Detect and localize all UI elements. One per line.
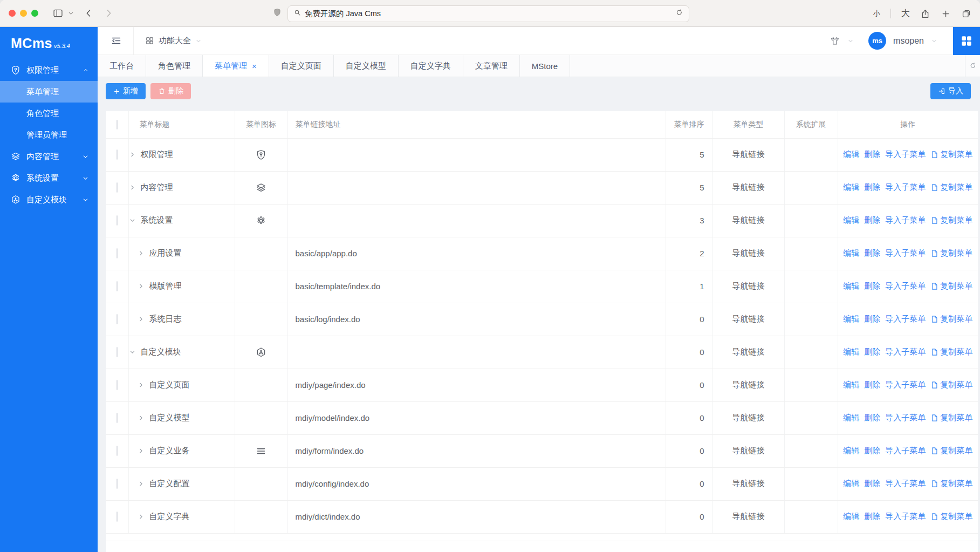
row-checkbox[interactable]	[116, 512, 118, 522]
chevron-right-icon[interactable]	[138, 316, 145, 323]
forward-button[interactable]	[104, 8, 114, 18]
sidebar-toggle-icon[interactable]	[52, 8, 64, 19]
edit-link[interactable]: 编辑	[843, 149, 859, 160]
tab-workbench[interactable]: 工作台	[98, 55, 146, 77]
tab-custom-dict[interactable]: 自定义字典	[399, 55, 463, 77]
delete-link[interactable]: 删除	[864, 182, 880, 193]
delete-button[interactable]: 删除	[150, 83, 191, 99]
edit-link[interactable]: 编辑	[843, 248, 859, 258]
chevron-down-icon[interactable]	[68, 10, 74, 16]
delete-link[interactable]: 删除	[864, 479, 880, 489]
import-submenu-link[interactable]: 导入子菜单	[885, 512, 926, 522]
avatar[interactable]: ms	[868, 32, 886, 50]
copy-menu-link[interactable]: 复制菜单	[930, 248, 972, 258]
copy-menu-link[interactable]: 复制菜单	[930, 380, 972, 390]
share-icon[interactable]	[920, 9, 930, 19]
text-larger-button[interactable]: 大	[901, 8, 910, 19]
tab-mstore[interactable]: MStore	[520, 55, 570, 77]
import-submenu-link[interactable]: 导入子菜单	[885, 248, 926, 258]
tab-menu-management[interactable]: 菜单管理×	[203, 55, 269, 77]
feature-menu-dropdown[interactable]: 功能大全	[145, 36, 202, 46]
username[interactable]: msopen	[893, 36, 924, 46]
row-checkbox[interactable]	[116, 281, 118, 291]
copy-menu-link[interactable]: 复制菜单	[930, 149, 972, 160]
delete-link[interactable]: 删除	[864, 248, 880, 258]
import-submenu-link[interactable]: 导入子菜单	[885, 380, 926, 390]
theme-icon[interactable]	[830, 36, 840, 46]
sidebar-item-system-settings[interactable]: 系统设置	[0, 167, 98, 189]
copy-menu-link[interactable]: 复制菜单	[930, 479, 972, 489]
chevron-right-icon[interactable]	[138, 447, 145, 454]
reload-icon[interactable]	[675, 9, 683, 19]
sidebar-item-permission-management[interactable]: 权限管理	[0, 59, 98, 81]
row-checkbox[interactable]	[116, 314, 118, 324]
add-button[interactable]: 新增	[106, 83, 146, 99]
row-checkbox[interactable]	[116, 380, 118, 390]
minimize-window-button[interactable]	[20, 10, 27, 17]
row-checkbox[interactable]	[116, 182, 118, 193]
row-checkbox[interactable]	[116, 413, 118, 423]
chevron-right-icon[interactable]	[138, 513, 145, 520]
edit-link[interactable]: 编辑	[843, 182, 859, 193]
copy-menu-link[interactable]: 复制菜单	[930, 281, 972, 291]
copy-menu-link[interactable]: 复制菜单	[930, 512, 972, 522]
row-checkbox[interactable]	[116, 446, 118, 456]
chevron-down-icon[interactable]	[847, 38, 854, 44]
copy-menu-link[interactable]: 复制菜单	[930, 347, 972, 357]
chevron-down-icon[interactable]	[129, 349, 136, 356]
copy-menu-link[interactable]: 复制菜单	[930, 215, 972, 226]
import-submenu-link[interactable]: 导入子菜单	[885, 347, 926, 357]
chevron-right-icon[interactable]	[138, 381, 145, 389]
privacy-shield-icon[interactable]	[272, 7, 282, 20]
tab-overview-icon[interactable]	[961, 9, 971, 19]
import-submenu-link[interactable]: 导入子菜单	[885, 182, 926, 193]
import-submenu-link[interactable]: 导入子菜单	[885, 215, 926, 226]
chevron-right-icon[interactable]	[138, 250, 145, 257]
row-checkbox[interactable]	[116, 248, 118, 258]
edit-link[interactable]: 编辑	[843, 413, 859, 423]
chevron-right-icon[interactable]	[138, 283, 145, 290]
close-window-button[interactable]	[9, 10, 16, 17]
tab-custom-model[interactable]: 自定义模型	[334, 55, 399, 77]
address-bar[interactable]: 免费开源的 Java Cms	[287, 5, 689, 22]
sidebar-item-custom-modules[interactable]: 自定义模块	[0, 189, 98, 210]
delete-link[interactable]: 删除	[864, 512, 880, 522]
edit-link[interactable]: 编辑	[843, 281, 859, 291]
edit-link[interactable]: 编辑	[843, 314, 859, 324]
delete-link[interactable]: 删除	[864, 413, 880, 423]
collapse-sidebar-icon[interactable]	[111, 35, 122, 46]
copy-menu-link[interactable]: 复制菜单	[930, 413, 972, 423]
chevron-right-icon[interactable]	[138, 414, 145, 421]
row-checkbox[interactable]	[116, 347, 118, 357]
delete-link[interactable]: 删除	[864, 380, 880, 390]
copy-menu-link[interactable]: 复制菜单	[930, 446, 972, 456]
import-submenu-link[interactable]: 导入子菜单	[885, 314, 926, 324]
refresh-tab-icon[interactable]	[965, 55, 980, 77]
sidebar-item-menu-management[interactable]: 菜单管理	[0, 81, 98, 103]
edit-link[interactable]: 编辑	[843, 512, 859, 522]
delete-link[interactable]: 删除	[864, 446, 880, 456]
row-checkbox[interactable]	[116, 479, 118, 489]
sidebar-item-admin-management[interactable]: 管理员管理	[0, 124, 98, 146]
delete-link[interactable]: 删除	[864, 314, 880, 324]
import-submenu-link[interactable]: 导入子菜单	[885, 149, 926, 160]
apps-grid-button[interactable]	[953, 27, 980, 55]
text-smaller-button[interactable]: 小	[873, 9, 880, 18]
zoom-window-button[interactable]	[31, 10, 38, 17]
chevron-right-icon[interactable]	[129, 151, 136, 158]
row-checkbox[interactable]	[116, 149, 118, 160]
delete-link[interactable]: 删除	[864, 149, 880, 160]
delete-link[interactable]: 删除	[864, 281, 880, 291]
close-tab-icon[interactable]: ×	[252, 62, 257, 71]
chevron-right-icon[interactable]	[138, 480, 145, 487]
chevron-down-icon[interactable]	[129, 217, 136, 224]
import-submenu-link[interactable]: 导入子菜单	[885, 479, 926, 489]
select-all-checkbox[interactable]	[116, 120, 118, 130]
edit-link[interactable]: 编辑	[843, 380, 859, 390]
tab-role-management[interactable]: 角色管理	[146, 55, 203, 77]
delete-link[interactable]: 删除	[864, 215, 880, 226]
edit-link[interactable]: 编辑	[843, 215, 859, 226]
edit-link[interactable]: 编辑	[843, 446, 859, 456]
back-button[interactable]	[84, 8, 94, 18]
sidebar-item-content-management[interactable]: 内容管理	[0, 146, 98, 167]
